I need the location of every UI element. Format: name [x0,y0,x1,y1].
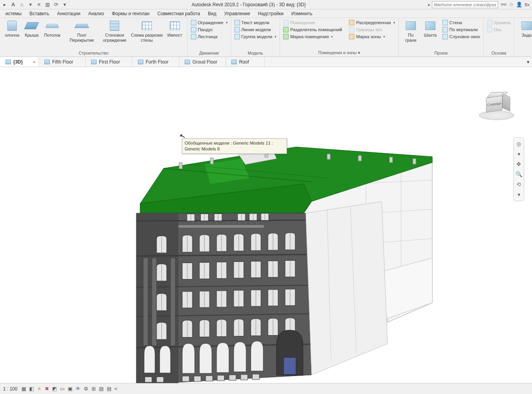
view-icon [231,60,237,64]
infocenter-icon[interactable]: ▸ [428,2,430,7]
model-text-button[interactable]: Текст модели [234,19,270,26]
area-button[interactable]: Распределенная▾ [348,19,396,26]
railing-button[interactable]: Ограждение▾ [190,19,229,26]
orbit-icon[interactable]: ⟲ [515,180,523,188]
menu-collaborate[interactable]: Совместная работа [153,10,204,18]
menu-analyze[interactable]: Анализ [84,10,108,18]
room-tag-button[interactable]: Марка помещения▾ [282,34,334,40]
svg-rect-18 [358,155,361,161]
svg-rect-107 [182,376,189,382]
roof-button[interactable]: Крыша [22,19,41,39]
tab-ground[interactable]: Groud Floor [179,57,226,67]
text-a-icon[interactable]: A [10,2,16,8]
curtain-wall-button[interactable]: Стеновое ограждение [100,19,129,44]
close-hidden-icon[interactable]: ▥ [44,2,51,8]
group-label-rooms[interactable]: Помещения и зоны ▾ [282,49,396,57]
shadows-icon[interactable]: ✖ [45,386,49,392]
constraints-icon[interactable]: ⊞ [92,386,96,392]
menu-addins[interactable]: Надстройки [254,10,287,18]
svg-rect-15 [210,158,213,164]
area-tag-button[interactable]: Марка зоны▾ [348,34,386,40]
nav-dd2-icon[interactable]: ▾ [515,191,523,198]
detail-level-icon[interactable]: ▦ [21,386,26,392]
menu-massing[interactable]: Формы и генплан [108,10,153,18]
signin-icon[interactable]: 👤 [516,2,522,7]
floor-button[interactable]: Пол/Перекрытие [63,19,100,44]
wall-section-button[interactable]: Схема разрезки стены [129,19,165,44]
task-button[interactable]: Зада [517,19,532,39]
steering-wheel-icon[interactable]: ◎ [515,140,523,148]
recent-icon[interactable]: ▸ [2,2,8,8]
binoculars-icon[interactable]: 👓 [500,2,507,7]
home-icon[interactable]: ⌂ [19,2,25,8]
titlebar-right: 👓 ☆ 👤 Вх [498,2,532,7]
svg-rect-106 [157,377,164,382]
ribbon-group-build: олонна Крыша Потолок Пол/Перекрытие Стен… [0,18,188,57]
vertical-button[interactable]: По вертикали [442,27,479,33]
more2-icon[interactable]: ▤ [107,386,111,392]
more3-icon[interactable]: < [115,386,118,392]
dd2-icon[interactable]: ▾ [62,2,68,8]
dormer-button[interactable]: Слуховое окно [442,34,481,40]
reveal-icon[interactable]: ⚙ [84,386,88,392]
by-face-button[interactable]: По грани [401,19,421,44]
crop-visible-icon[interactable]: ▣ [68,386,72,392]
ceiling-button[interactable]: Потолок [41,19,63,39]
star-icon[interactable]: ☆ [509,2,514,7]
rendering-icon[interactable]: ◩ [52,386,57,392]
signin-text[interactable]: Вх [525,2,530,7]
thin-lines-icon[interactable]: ≡ [36,2,42,8]
stair-button[interactable]: Лестница [190,34,218,40]
column-button[interactable]: олонна [2,19,22,39]
impost-button[interactable]: Импост [165,19,185,39]
close-icon[interactable]: × [33,60,35,64]
tab-roof[interactable]: Roof [226,57,265,67]
view-tabs: {3D}× Fifth Floor First Floor Forth Floo… [0,57,532,67]
area-boundary-button: Границы зон [348,27,383,33]
crop-icon[interactable]: ▭ [60,386,65,392]
menu-view[interactable]: Вид [204,10,220,18]
room-separator-button[interactable]: Разделитель помещений [282,27,343,33]
svg-rect-43 [143,258,148,346]
view-icon [91,60,97,64]
viewcube-front[interactable]: Спереди [486,95,502,113]
visual-style-icon[interactable]: ◧ [29,386,34,392]
svg-rect-111 [229,375,236,380]
more1-icon[interactable]: ▧ [99,386,104,392]
tab-3d[interactable]: {3D}× [0,57,39,67]
status-bar: 1 : 100 ▦ ◧ ☀ ✖ ◩ ▭ ▣ 👁 ⚙ ⊞ ▧ ▤ < [0,383,532,394]
tabs-overflow-icon[interactable]: ▾ [524,57,532,67]
shaft-button[interactable]: Шахта [421,19,440,39]
menu-insert[interactable]: Вставить [26,10,53,18]
svg-rect-105 [145,377,152,382]
viewcube-side[interactable] [502,93,510,111]
title-bar: ▸ A ⌂ ▾ ≡ ▥ ⟳ ▾ Autodesk Revit 2019.2 - … [0,0,532,9]
model-line-button[interactable]: Линия модели [234,27,272,33]
sync-icon[interactable]: ⟳ [53,2,59,8]
sun-path-icon[interactable]: ☀ [37,386,42,392]
dd-icon[interactable]: ▾ [27,2,33,8]
zoom-icon[interactable]: 🔍 [515,170,523,178]
model-canvas[interactable]: Обобщенные модели : Generic Models 11 : … [0,67,532,383]
menu-systems[interactable]: истемы [2,10,26,18]
tab-fifth[interactable]: Fifth Floor [39,57,86,67]
ramp-button[interactable]: Пандус [190,27,214,33]
ribbon-group-cut: Зада [514,18,532,57]
search-input[interactable] [432,1,498,8]
tab-first[interactable]: First Floor [86,57,132,67]
wall-opening-button[interactable]: Стена [442,19,463,26]
menu-modify[interactable]: Изменить [287,10,316,18]
svg-marker-114 [306,201,388,375]
level-button: Уровень [486,19,512,26]
svg-rect-113 [252,374,259,380]
temp-hide-icon[interactable]: 👁 [76,386,81,392]
model-group-button[interactable]: Группа модели▾ [234,34,278,40]
menu-annotate[interactable]: Аннотации [53,10,85,18]
scale-value[interactable]: 1 : 100 [3,386,18,392]
ribbon-group-opening: По грани Шахта Стена По вертикали Слухов… [399,18,484,57]
tab-forth[interactable]: Forth Floor [132,57,179,67]
view-cube[interactable]: Спереди [479,90,514,125]
pan-icon[interactable]: ✥ [515,160,523,168]
nav-dd-icon[interactable]: ▾ [515,150,523,158]
menu-manage[interactable]: Управление [220,10,254,18]
